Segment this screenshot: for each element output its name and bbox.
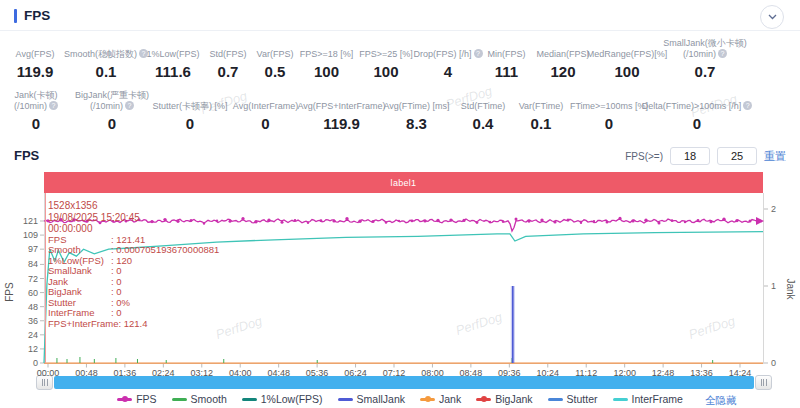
svg-text:00:48: 00:48 bbox=[75, 368, 98, 377]
stat-label: Var(FPS) bbox=[257, 36, 294, 60]
legend-label: InterFrame bbox=[632, 393, 683, 405]
stat-label: Avg(FPS+InterFrame) bbox=[297, 88, 385, 112]
svg-text:04:00: 04:00 bbox=[229, 368, 252, 377]
stat-cell: FPS>=25 [%]100 bbox=[355, 36, 417, 80]
stat-cell: Var(FTime)0.1 bbox=[513, 88, 569, 132]
svg-text:11:12: 11:12 bbox=[575, 368, 597, 377]
stat-label: MedRange(FPS)[%] bbox=[587, 36, 668, 60]
stat-value: 0 bbox=[186, 115, 194, 132]
stat-value: 100 bbox=[373, 63, 398, 80]
svg-text:0: 0 bbox=[771, 358, 776, 368]
stat-value: 0.7 bbox=[218, 63, 239, 80]
legend-label: Stutter bbox=[567, 393, 598, 405]
series-smooth bbox=[57, 357, 713, 363]
legend-marker bbox=[548, 398, 563, 401]
stat-value: 4 bbox=[444, 63, 452, 80]
stat-value: 100 bbox=[614, 63, 639, 80]
stats-row-1: Avg(FPS)119.9Smooth(稳帧指数)?0.11%Low(FPS)1… bbox=[0, 36, 800, 80]
stat-cell: Drop(FPS) [/h]?4 bbox=[417, 36, 479, 80]
legend-label: BigJank bbox=[495, 393, 532, 405]
svg-text:12:48: 12:48 bbox=[652, 368, 675, 377]
legend-item-smalljank[interactable]: SmallJank bbox=[338, 393, 405, 405]
svg-text:01:36: 01:36 bbox=[114, 368, 137, 377]
stat-cell: Stutter(卡顿率) [%]0 bbox=[152, 88, 228, 132]
svg-text:48: 48 bbox=[28, 302, 38, 312]
stat-value: 0.4 bbox=[473, 115, 494, 132]
reset-link[interactable]: 重置 bbox=[764, 149, 786, 164]
stat-cell: Median(FPS)120 bbox=[534, 36, 592, 80]
svg-text:60: 60 bbox=[28, 288, 38, 298]
legend-item-jank[interactable]: Jank bbox=[420, 393, 461, 405]
stat-label: BigJank(严重卡顿)(/10min)? bbox=[75, 88, 149, 112]
stat-cell: Jank(卡顿)(/10min)?0 bbox=[0, 88, 72, 132]
legend-item-stutter[interactable]: Stutter bbox=[548, 393, 598, 405]
legend-marker bbox=[338, 398, 353, 401]
stat-cell: MedRange(FPS)[%]100 bbox=[592, 36, 662, 80]
stat-label: Var(FTime) bbox=[519, 88, 564, 112]
chart-label-text: label1 bbox=[391, 178, 417, 188]
stat-label: Avg(InterFrame) bbox=[233, 88, 298, 112]
stat-label: Delta(FTime)>100ms [/h]? bbox=[642, 88, 752, 112]
stat-label: SmallJank(微小卡顿)(/10min)? bbox=[663, 36, 747, 60]
svg-text:97: 97 bbox=[28, 244, 38, 254]
series-fps bbox=[44, 217, 764, 231]
stat-label: Avg(FPS) bbox=[16, 36, 55, 60]
svg-text:09:36: 09:36 bbox=[498, 368, 521, 377]
legend-item-fps[interactable]: FPS bbox=[117, 393, 156, 405]
stat-label: Drop(FPS) [/h]? bbox=[414, 36, 483, 60]
legend-marker bbox=[117, 398, 132, 401]
stat-label: FTime>=100ms [%] bbox=[570, 88, 648, 112]
legend-label: FPS bbox=[136, 393, 156, 405]
chevron-down-icon bbox=[768, 14, 777, 20]
svg-text:2: 2 bbox=[771, 204, 776, 214]
stat-cell: 1%Low(FPS)111.6 bbox=[142, 36, 204, 80]
chart-label-banner: label1 bbox=[44, 172, 763, 193]
hide-all-link[interactable]: 全隐藏 bbox=[705, 394, 737, 408]
legend-label: SmallJank bbox=[357, 393, 405, 405]
fps-threshold-input-2[interactable] bbox=[717, 147, 757, 165]
stat-cell: Std(FPS)0.7 bbox=[204, 36, 252, 80]
legend-item-smooth[interactable]: Smooth bbox=[172, 393, 227, 405]
svg-text:FPS: FPS bbox=[4, 282, 15, 302]
legend-marker bbox=[172, 398, 187, 401]
legend-item-bigjank[interactable]: BigJank bbox=[476, 393, 532, 405]
stat-cell: FTime>=100ms [%]0 bbox=[569, 88, 649, 132]
stat-value: 100 bbox=[314, 63, 339, 80]
range-handle-left[interactable] bbox=[36, 375, 53, 390]
svg-text:13:36: 13:36 bbox=[690, 368, 713, 377]
accent-bar bbox=[14, 9, 17, 23]
fps-threshold-filter: FPS(>=) 重置 bbox=[625, 147, 786, 165]
svg-text:03:12: 03:12 bbox=[191, 368, 214, 377]
stat-value: 0.1 bbox=[531, 115, 552, 132]
stat-cell: Avg(InterFrame)0 bbox=[228, 88, 303, 132]
help-icon[interactable]: ? bbox=[125, 101, 134, 110]
stat-value: 111 bbox=[495, 63, 518, 80]
stat-cell: SmallJank(微小卡顿)(/10min)?0.7 bbox=[662, 36, 748, 80]
svg-text:08:48: 08:48 bbox=[460, 368, 483, 377]
help-icon[interactable]: ? bbox=[718, 49, 727, 58]
stat-label: Median(FPS) bbox=[536, 36, 589, 60]
stat-label: Smooth(稳帧指数)? bbox=[64, 36, 148, 60]
stat-cell: Avg(FTime) [ms]8.3 bbox=[380, 88, 453, 132]
range-scrollbar[interactable] bbox=[54, 376, 754, 389]
legend-item-1-low-fps-[interactable]: 1%Low(FPS) bbox=[242, 393, 323, 405]
stat-value: 119.9 bbox=[323, 115, 360, 132]
stat-label: FPS>=18 [%] bbox=[300, 36, 354, 60]
fps-chart[interactable]: 1211099784726048362412021000:0000:4801:3… bbox=[0, 193, 800, 377]
help-icon[interactable]: ? bbox=[49, 101, 58, 110]
stat-cell: Var(FPS)0.5 bbox=[252, 36, 298, 80]
legend-label: 1%Low(FPS) bbox=[261, 393, 323, 405]
stat-value: 111.6 bbox=[155, 63, 191, 80]
help-icon[interactable]: ? bbox=[743, 101, 752, 110]
range-handle-right[interactable] bbox=[755, 375, 772, 390]
fps-threshold-input-1[interactable] bbox=[670, 147, 710, 165]
svg-text:72: 72 bbox=[28, 274, 38, 284]
fps-filter-label: FPS(>=) bbox=[625, 151, 663, 162]
collapse-button[interactable] bbox=[760, 5, 784, 29]
stat-label: Std(FPS) bbox=[209, 36, 246, 60]
legend-item-interframe[interactable]: InterFrame bbox=[613, 393, 683, 405]
svg-text:1: 1 bbox=[771, 281, 776, 291]
svg-text:02:24: 02:24 bbox=[152, 368, 175, 377]
stat-value: 0 bbox=[32, 115, 40, 132]
stat-value: 0 bbox=[693, 115, 701, 132]
